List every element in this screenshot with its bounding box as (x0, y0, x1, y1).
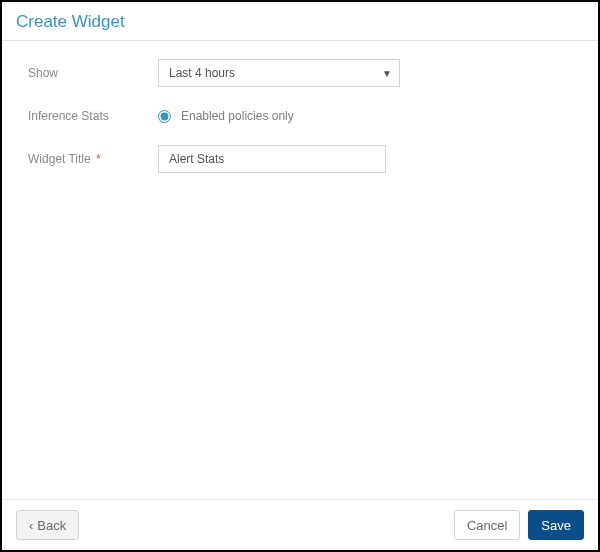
show-select-wrap: Last 4 hours ▼ (158, 59, 400, 87)
widget-title-label: Widget Title * (28, 152, 158, 166)
cancel-button-label: Cancel (467, 518, 507, 533)
back-button[interactable]: ‹ Back (16, 510, 79, 540)
inference-stats-radio[interactable] (158, 110, 171, 123)
row-inference-stats: Inference Stats Enabled policies only (28, 109, 572, 123)
show-label: Show (28, 66, 158, 80)
widget-title-label-text: Widget Title (28, 152, 91, 166)
footer-right: Cancel Save (454, 510, 584, 540)
chevron-left-icon: ‹ (29, 519, 33, 532)
dialog-frame: Create Widget Show Last 4 hours ▼ Infere… (0, 0, 600, 552)
dialog-footer: ‹ Back Cancel Save (2, 499, 598, 550)
row-widget-title: Widget Title * (28, 145, 572, 173)
back-button-label: Back (37, 518, 66, 533)
inference-stats-label: Inference Stats (28, 109, 158, 123)
dialog-header: Create Widget (2, 2, 598, 41)
row-show: Show Last 4 hours ▼ (28, 59, 572, 87)
inference-stats-option-label: Enabled policies only (181, 109, 294, 123)
required-mark: * (96, 152, 101, 166)
save-button-label: Save (541, 518, 571, 533)
cancel-button[interactable]: Cancel (454, 510, 520, 540)
dialog-body: Show Last 4 hours ▼ Inference Stats Enab… (2, 41, 598, 499)
show-select[interactable]: Last 4 hours (158, 59, 400, 87)
page-title: Create Widget (16, 12, 584, 32)
save-button[interactable]: Save (528, 510, 584, 540)
inference-stats-option[interactable]: Enabled policies only (158, 109, 294, 123)
widget-title-input[interactable] (158, 145, 386, 173)
